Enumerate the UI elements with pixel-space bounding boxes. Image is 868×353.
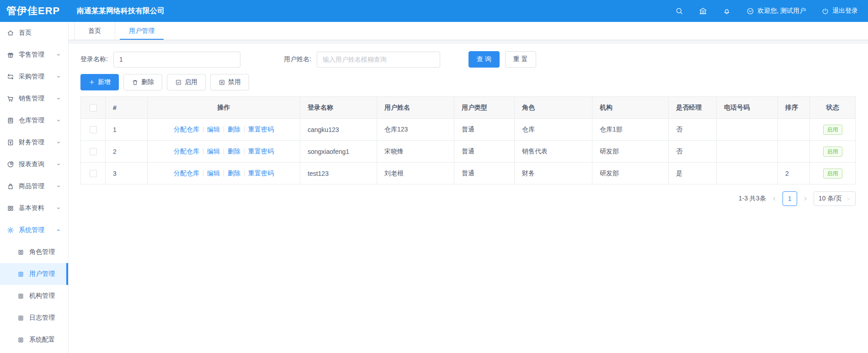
bag-icon <box>7 183 14 190</box>
edit-link[interactable]: 编辑 <box>207 126 220 134</box>
table-row: 2 分配仓库 编辑 删除 重置密码 songxiaofeng1 宋晓锋 普通 销… <box>81 141 856 163</box>
status-badge: 启用 <box>823 169 842 179</box>
x-square-icon <box>218 79 225 86</box>
page-number-button[interactable]: 1 <box>783 191 797 206</box>
row-checkbox[interactable] <box>90 148 97 155</box>
sidebar-item-basicdata[interactable]: 基本资料 <box>0 197 68 219</box>
row-checkbox[interactable] <box>90 126 97 133</box>
sidebar-item-users[interactable]: 用户管理 <box>0 263 68 285</box>
sidebar-item-config[interactable]: 系统配置 <box>0 329 68 351</box>
reset-button[interactable]: 重 置 <box>505 51 536 68</box>
doc-icon <box>17 249 25 256</box>
sidebar-item-system[interactable]: 系统管理 <box>0 219 68 241</box>
grid-icon <box>7 205 14 212</box>
pagination: 1-3 共3条 1 10 条/页 <box>80 191 856 206</box>
chevron-down-icon <box>55 183 62 190</box>
search-button[interactable]: 查 询 <box>469 51 500 68</box>
disable-button[interactable]: 禁用 <box>210 74 249 90</box>
logout-button[interactable]: 退出登录 <box>821 7 858 15</box>
add-button[interactable]: 新增 <box>80 74 119 90</box>
sidebar-item-roles[interactable]: 角色管理 <box>0 241 68 263</box>
toolbar: 新增 删除 启用 禁用 <box>80 74 856 90</box>
doc-icon <box>17 337 25 343</box>
header-actions: 欢迎您, 测试用户 退出登录 <box>675 7 868 15</box>
gift-icon <box>7 51 14 58</box>
chevron-left-icon <box>771 195 778 202</box>
logout-label: 退出登录 <box>832 7 858 15</box>
sidebar-item-retail[interactable]: 零售管理 <box>0 44 68 66</box>
col-sort: 排序 <box>778 97 810 119</box>
trash-icon <box>132 79 138 86</box>
chevron-down-icon <box>55 117 62 124</box>
enable-button[interactable]: 启用 <box>167 74 206 90</box>
reset-password-link[interactable]: 重置密码 <box>248 148 274 156</box>
swap-arrows-icon <box>7 73 14 80</box>
col-login: 登录名称 <box>300 97 377 119</box>
col-role: 角色 <box>515 97 592 119</box>
doc-icon <box>17 293 25 300</box>
sidebar-item-warehouse[interactable]: 仓库管理 <box>0 110 68 132</box>
filter-row: 登录名称: 用户姓名: 查 询 重 置 <box>80 51 856 68</box>
bank-icon[interactable] <box>699 7 707 15</box>
sidebar-item-goods[interactable]: 商品管理 <box>0 175 68 197</box>
user-name-input[interactable] <box>317 52 440 68</box>
edit-link[interactable]: 编辑 <box>207 169 220 178</box>
col-manager: 是否经理 <box>669 97 717 119</box>
col-type: 用户类型 <box>454 97 515 119</box>
tab-home[interactable]: 首页 <box>74 22 115 40</box>
tab-bar: 首页 用户管理 <box>69 22 868 40</box>
col-phone: 电话号码 <box>717 97 778 119</box>
home-icon <box>7 29 14 37</box>
bell-icon[interactable] <box>723 7 731 15</box>
sidebar-item-orgs[interactable]: 机构管理 <box>0 285 68 307</box>
reset-password-link[interactable]: 重置密码 <box>248 126 274 134</box>
cabinet-icon <box>7 117 14 124</box>
sidebar-item-reports[interactable]: 报表查询 <box>0 153 68 175</box>
chevron-right-icon <box>802 195 809 202</box>
sidebar-item-purchase[interactable]: 采购管理 <box>0 66 68 88</box>
col-org: 机构 <box>592 97 669 119</box>
chevron-down-icon <box>55 205 62 211</box>
user-menu[interactable]: 欢迎您, 测试用户 <box>746 7 806 15</box>
sidebar-item-logs[interactable]: 日志管理 <box>0 307 68 329</box>
finance-doc-icon <box>7 139 14 146</box>
sidebar: 首页 零售管理 采购管理 销售管理 仓库管理 财务管理 <box>0 22 69 353</box>
assign-warehouse-link[interactable]: 分配仓库 <box>174 169 199 178</box>
table-row: 3 分配仓库 编辑 删除 重置密码 test123 刘老根 普通 财务 <box>81 163 856 184</box>
chevron-down-icon <box>846 196 852 202</box>
search-icon[interactable] <box>675 7 683 15</box>
plus-icon <box>89 79 95 85</box>
chevron-up-icon <box>55 227 62 233</box>
assign-warehouse-link[interactable]: 分配仓库 <box>174 148 199 156</box>
tab-user-management[interactable]: 用户管理 <box>115 22 168 40</box>
delete-link[interactable]: 删除 <box>228 169 240 178</box>
login-name-input[interactable] <box>113 52 240 68</box>
delete-link[interactable]: 删除 <box>228 148 240 156</box>
page-size-select[interactable]: 10 条/页 <box>814 191 856 206</box>
status-badge: 启用 <box>823 125 842 135</box>
doc-icon <box>17 315 25 321</box>
prev-page-button[interactable] <box>771 195 778 202</box>
sidebar-item-sales[interactable]: 销售管理 <box>0 88 68 110</box>
delete-button[interactable]: 删除 <box>123 74 162 90</box>
sidebar-item-home[interactable]: 首页 <box>0 22 68 44</box>
assign-warehouse-link[interactable]: 分配仓库 <box>174 126 199 134</box>
chevron-down-icon <box>55 52 62 58</box>
select-all-checkbox[interactable] <box>90 104 97 111</box>
company-name: 南通某某网络科技有限公司 <box>77 6 165 16</box>
sidebar-item-finance[interactable]: 财务管理 <box>0 132 68 153</box>
cart-icon <box>7 95 14 102</box>
next-page-button[interactable] <box>802 195 809 202</box>
circle-chevron-icon <box>746 7 754 15</box>
logout-icon <box>821 7 829 15</box>
gear-icon <box>7 227 14 234</box>
content-card: 登录名称: 用户姓名: 查 询 重 置 新增 删除 <box>69 44 868 353</box>
delete-link[interactable]: 删除 <box>228 126 240 134</box>
app-logo: 管伊佳ERP <box>0 4 69 18</box>
col-status: 状态 <box>810 97 856 119</box>
user-table: # 操作 登录名称 用户姓名 用户类型 角色 机构 是否经理 电话号码 排序 状… <box>80 96 856 184</box>
edit-link[interactable]: 编辑 <box>207 148 220 156</box>
reset-password-link[interactable]: 重置密码 <box>248 169 274 178</box>
row-checkbox[interactable] <box>90 170 97 177</box>
app-header: 管伊佳ERP 南通某某网络科技有限公司 欢迎您, 测试用户 退出登录 <box>0 0 868 22</box>
